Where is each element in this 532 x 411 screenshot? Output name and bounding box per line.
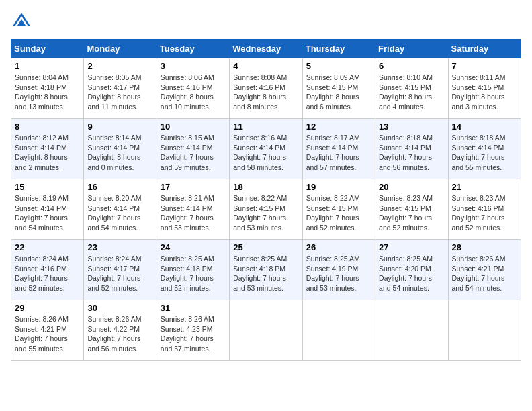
day-header-row: SundayMondayTuesdayWednesdayThursdayFrid… (11, 40, 521, 58)
calendar-cell: 10Sunrise: 8:15 AM Sunset: 4:14 PM Dayli… (157, 119, 229, 179)
day-number: 15 (15, 182, 80, 192)
day-info: Sunrise: 8:22 AM Sunset: 4:15 PM Dayligh… (306, 193, 371, 233)
week-row-3: 15Sunrise: 8:19 AM Sunset: 4:14 PM Dayli… (11, 179, 521, 240)
calendar-cell: 24Sunrise: 8:25 AM Sunset: 4:18 PM Dayli… (157, 240, 229, 300)
day-number: 5 (306, 61, 371, 71)
day-header-sunday: Sunday (11, 40, 84, 58)
calendar-cell: 4Sunrise: 8:08 AM Sunset: 4:16 PM Daylig… (230, 58, 302, 119)
logo (11, 11, 36, 32)
calendar-cell: 31Sunrise: 8:26 AM Sunset: 4:23 PM Dayli… (157, 300, 229, 361)
calendar-cell: 23Sunrise: 8:24 AM Sunset: 4:17 PM Dayli… (84, 240, 157, 300)
day-info: Sunrise: 8:17 AM Sunset: 4:14 PM Dayligh… (306, 133, 371, 173)
day-number: 1 (15, 61, 80, 71)
calendar-cell: 26Sunrise: 8:25 AM Sunset: 4:19 PM Dayli… (302, 240, 375, 300)
day-info: Sunrise: 8:25 AM Sunset: 4:19 PM Dayligh… (306, 254, 371, 293)
day-info: Sunrise: 8:18 AM Sunset: 4:14 PM Dayligh… (379, 133, 444, 173)
calendar-cell: 7Sunrise: 8:11 AM Sunset: 4:15 PM Daylig… (448, 58, 521, 119)
day-info: Sunrise: 8:23 AM Sunset: 4:16 PM Dayligh… (452, 193, 517, 233)
day-header-saturday: Saturday (448, 40, 521, 58)
day-info: Sunrise: 8:23 AM Sunset: 4:15 PM Dayligh… (379, 193, 444, 233)
day-number: 29 (15, 303, 80, 313)
day-info: Sunrise: 8:26 AM Sunset: 4:21 PM Dayligh… (452, 254, 517, 293)
day-info: Sunrise: 8:12 AM Sunset: 4:14 PM Dayligh… (15, 133, 80, 173)
day-number: 10 (161, 122, 226, 132)
day-number: 25 (233, 242, 298, 253)
calendar-cell (302, 300, 375, 361)
day-info: Sunrise: 8:10 AM Sunset: 4:15 PM Dayligh… (379, 73, 444, 112)
calendar-cell: 29Sunrise: 8:26 AM Sunset: 4:21 PM Dayli… (11, 300, 84, 361)
day-number: 13 (379, 122, 444, 132)
day-number: 2 (87, 61, 152, 71)
calendar-cell: 21Sunrise: 8:23 AM Sunset: 4:16 PM Dayli… (448, 179, 521, 240)
day-info: Sunrise: 8:20 AM Sunset: 4:14 PM Dayligh… (87, 193, 152, 233)
day-number: 18 (233, 182, 298, 192)
day-info: Sunrise: 8:22 AM Sunset: 4:15 PM Dayligh… (233, 193, 298, 233)
day-info: Sunrise: 8:26 AM Sunset: 4:23 PM Dayligh… (161, 314, 226, 354)
day-info: Sunrise: 8:19 AM Sunset: 4:14 PM Dayligh… (15, 193, 80, 233)
calendar-cell: 18Sunrise: 8:22 AM Sunset: 4:15 PM Dayli… (230, 179, 302, 240)
day-number: 20 (379, 182, 444, 192)
day-number: 11 (233, 122, 298, 132)
week-row-1: 1Sunrise: 8:04 AM Sunset: 4:18 PM Daylig… (11, 58, 521, 119)
calendar-cell: 5Sunrise: 8:09 AM Sunset: 4:15 PM Daylig… (302, 58, 375, 119)
calendar-cell (448, 300, 521, 361)
day-header-monday: Monday (84, 40, 157, 58)
calendar-cell: 6Sunrise: 8:10 AM Sunset: 4:15 PM Daylig… (375, 58, 448, 119)
logo-icon (11, 11, 32, 32)
day-number: 26 (306, 242, 371, 253)
calendar-cell: 8Sunrise: 8:12 AM Sunset: 4:14 PM Daylig… (11, 119, 84, 179)
calendar-cell: 17Sunrise: 8:21 AM Sunset: 4:14 PM Dayli… (157, 179, 229, 240)
day-info: Sunrise: 8:25 AM Sunset: 4:20 PM Dayligh… (379, 254, 444, 293)
day-header-friday: Friday (375, 40, 448, 58)
calendar-table: SundayMondayTuesdayWednesdayThursdayFrid… (11, 39, 521, 361)
calendar-cell: 12Sunrise: 8:17 AM Sunset: 4:14 PM Dayli… (302, 119, 375, 179)
day-number: 23 (87, 242, 152, 253)
calendar-cell: 1Sunrise: 8:04 AM Sunset: 4:18 PM Daylig… (11, 58, 84, 119)
day-info: Sunrise: 8:11 AM Sunset: 4:15 PM Dayligh… (452, 73, 517, 112)
page-header (11, 11, 521, 32)
day-header-wednesday: Wednesday (230, 40, 302, 58)
day-number: 12 (306, 122, 371, 132)
day-number: 9 (87, 122, 152, 132)
calendar-cell: 16Sunrise: 8:20 AM Sunset: 4:14 PM Dayli… (84, 179, 157, 240)
day-number: 30 (87, 303, 152, 313)
day-number: 16 (87, 182, 152, 192)
calendar-cell: 2Sunrise: 8:05 AM Sunset: 4:17 PM Daylig… (84, 58, 157, 119)
day-number: 28 (452, 242, 517, 253)
day-number: 21 (452, 182, 517, 192)
calendar-cell: 28Sunrise: 8:26 AM Sunset: 4:21 PM Dayli… (448, 240, 521, 300)
day-info: Sunrise: 8:18 AM Sunset: 4:14 PM Dayligh… (452, 133, 517, 173)
week-row-2: 8Sunrise: 8:12 AM Sunset: 4:14 PM Daylig… (11, 119, 521, 179)
day-number: 19 (306, 182, 371, 192)
day-info: Sunrise: 8:15 AM Sunset: 4:14 PM Dayligh… (161, 133, 226, 173)
day-number: 31 (161, 303, 226, 313)
calendar-cell: 9Sunrise: 8:14 AM Sunset: 4:14 PM Daylig… (84, 119, 157, 179)
calendar-cell: 25Sunrise: 8:25 AM Sunset: 4:18 PM Dayli… (230, 240, 302, 300)
day-info: Sunrise: 8:05 AM Sunset: 4:17 PM Dayligh… (87, 73, 152, 112)
day-number: 6 (379, 61, 444, 71)
day-header-tuesday: Tuesday (157, 40, 229, 58)
calendar-cell (375, 300, 448, 361)
calendar-cell: 13Sunrise: 8:18 AM Sunset: 4:14 PM Dayli… (375, 119, 448, 179)
day-info: Sunrise: 8:06 AM Sunset: 4:16 PM Dayligh… (161, 73, 226, 112)
calendar-cell: 20Sunrise: 8:23 AM Sunset: 4:15 PM Dayli… (375, 179, 448, 240)
day-number: 17 (161, 182, 226, 192)
day-number: 27 (379, 242, 444, 253)
day-info: Sunrise: 8:21 AM Sunset: 4:14 PM Dayligh… (161, 193, 226, 233)
day-info: Sunrise: 8:24 AM Sunset: 4:16 PM Dayligh… (15, 254, 80, 293)
day-number: 14 (452, 122, 517, 132)
calendar-cell (230, 300, 302, 361)
day-info: Sunrise: 8:24 AM Sunset: 4:17 PM Dayligh… (87, 254, 152, 293)
calendar-cell: 30Sunrise: 8:26 AM Sunset: 4:22 PM Dayli… (84, 300, 157, 361)
week-row-4: 22Sunrise: 8:24 AM Sunset: 4:16 PM Dayli… (11, 240, 521, 300)
day-info: Sunrise: 8:04 AM Sunset: 4:18 PM Dayligh… (15, 73, 80, 112)
calendar-cell: 22Sunrise: 8:24 AM Sunset: 4:16 PM Dayli… (11, 240, 84, 300)
day-info: Sunrise: 8:26 AM Sunset: 4:21 PM Dayligh… (15, 314, 80, 354)
day-number: 24 (161, 242, 226, 253)
day-info: Sunrise: 8:16 AM Sunset: 4:14 PM Dayligh… (233, 133, 298, 173)
day-info: Sunrise: 8:25 AM Sunset: 4:18 PM Dayligh… (161, 254, 226, 293)
day-info: Sunrise: 8:08 AM Sunset: 4:16 PM Dayligh… (233, 73, 298, 112)
calendar-cell: 3Sunrise: 8:06 AM Sunset: 4:16 PM Daylig… (157, 58, 229, 119)
week-row-5: 29Sunrise: 8:26 AM Sunset: 4:21 PM Dayli… (11, 300, 521, 361)
day-info: Sunrise: 8:09 AM Sunset: 4:15 PM Dayligh… (306, 73, 371, 112)
